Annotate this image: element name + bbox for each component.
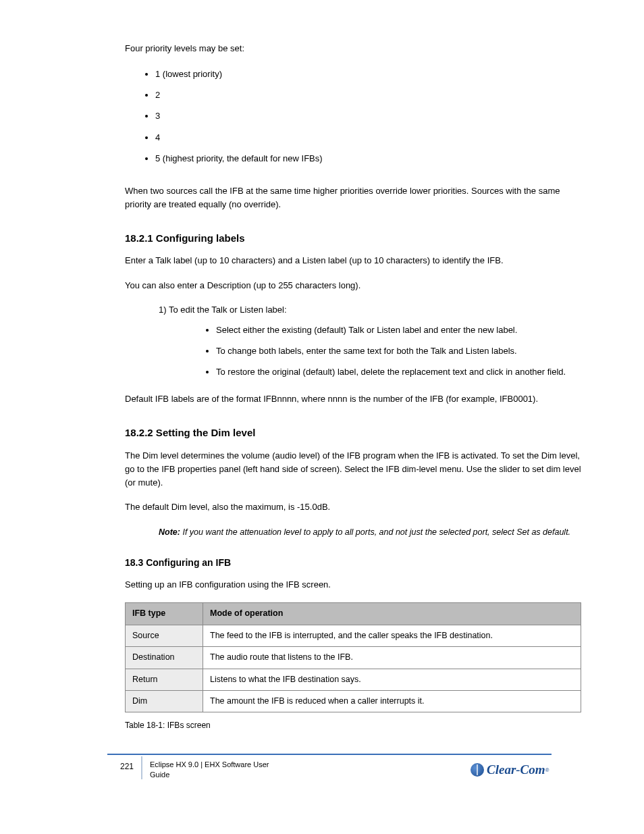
list-item: 3 [155,109,583,123]
footer-vertical-line [141,756,142,779]
note-label: Note: [159,527,180,537]
cell-type: Return [126,669,203,690]
logo-text: Clear-Com [487,762,545,777]
note-block: Note: If you want the attenuation level … [159,526,583,539]
heading-configuring-labels: 18.2.1 Configuring labels [125,230,583,246]
labels-p2: You can also enter a Description (up to … [125,279,583,292]
list-item: 2 [155,88,583,102]
dim-p1: The Dim level determines the volume (aud… [125,449,583,490]
cell-type: Source [126,625,203,646]
table-header-col1: IFB type [126,603,203,625]
cell-desc: The amount the IFB is reduced when a cal… [203,690,581,712]
labels-p1: Enter a Talk label (up to 10 characters)… [125,254,583,267]
heading-dim-level: 18.2.2 Setting the Dim level [125,425,583,440]
cell-desc: Listens to what the IFB destination says… [203,669,581,690]
footer-doc-title: Eclipse HX 9.0 | EHX Software User Guide [150,760,269,781]
registered-mark-icon: ® [545,767,549,773]
list-item: 1 (lowest priority) [155,68,583,81]
list-item: 4 [155,131,583,145]
cell-type: Dim [126,690,203,712]
table-row: Dim The amount the IFB is reduced when a… [126,690,581,712]
table-row: Destination The audio route that listens… [126,647,581,669]
table-header-col2: Mode of operation [203,603,581,625]
labels-step-head: 1) To edit the Talk or Listen label: [159,303,583,317]
footer-title-l1: Eclipse HX 9.0 | EHX Software User [150,760,269,770]
footer-line [107,754,552,755]
list-item: To restore the original (default) label,… [216,365,583,379]
table-row: Source The feed to the IFB is interrupte… [126,625,581,646]
globe-icon [471,763,484,777]
cell-desc: The audio route that listens to the IFB. [203,647,581,669]
cell-type: Destination [126,647,203,669]
clearcom-logo: Clear-Com ® [471,762,549,777]
table-row: Return Listens to what the IFB destinati… [126,669,581,690]
cfg-p1: Setting up an IFB configuration using th… [125,578,583,592]
priorities-paragraph: When two sources call the IFB at the sam… [125,184,583,211]
footer-page-number: 221 [120,762,134,771]
cell-desc: The feed to the IFB is interrupted, and … [203,625,581,646]
heading-configuring-ifb: 18.3 Configuring an IFB [125,556,583,571]
intro-text: Four priority levels may be set: [125,42,583,55]
table-caption: Table 18-1: IFBs screen [125,719,583,732]
priority-levels-list: 1 (lowest priority) 2 3 4 5 (highest pri… [155,68,583,165]
labels-step-list: Select either the existing (default) Tal… [216,323,583,379]
note-text: If you want the attenuation level to app… [182,527,570,537]
list-item: 5 (highest priority, the default for new… [155,152,583,165]
ifb-table: IFB type Mode of operation Source The fe… [125,602,581,712]
dim-p2: The default Dim level, also the maximum,… [125,500,583,514]
list-item: To change both labels, enter the same te… [216,344,583,358]
footer-title-l2: Guide [150,770,269,780]
list-item: Select either the existing (default) Tal… [216,323,583,337]
labels-p3: Default IFB labels are of the format IFB… [125,392,583,406]
